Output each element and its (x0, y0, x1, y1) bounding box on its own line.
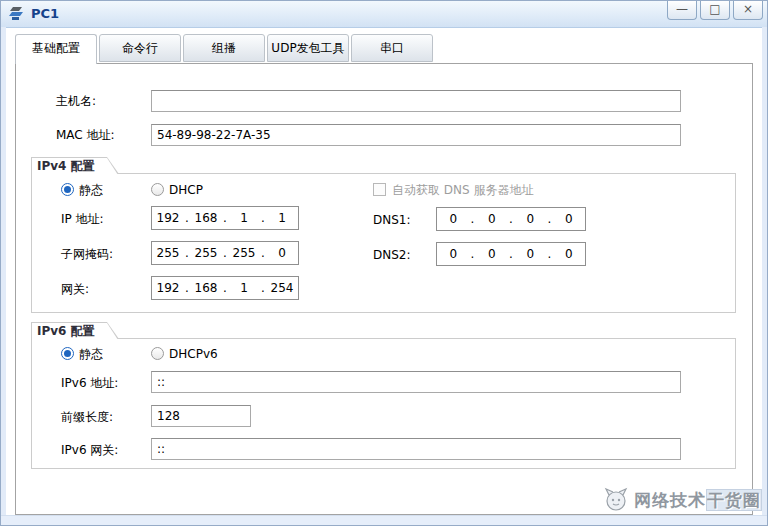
dns1-label: DNS1: (373, 212, 411, 228)
ipv6-static-label[interactable]: 静态 (79, 346, 103, 362)
subnet-mask-input[interactable]: 255. 255. 255. 0 (151, 241, 299, 265)
ipv4-dhcp-radio[interactable] (151, 183, 164, 196)
dns2-input[interactable]: 0. 0. 0. 0 (436, 242, 586, 266)
window-title: PC1 (31, 6, 59, 21)
ipv6-gateway-input[interactable]: :: (151, 438, 681, 460)
ipv6-static-radio[interactable] (61, 347, 74, 360)
ipv6-group-tab: IPv6 配置 (31, 322, 119, 339)
mac-label: MAC 地址: (56, 127, 115, 143)
ipv6-group-title: IPv6 配置 (37, 323, 95, 340)
ipv4-dhcp-label[interactable]: DHCP (169, 182, 203, 198)
gateway-label: 网关: (61, 281, 89, 297)
ipv4-group-title: IPv4 配置 (37, 158, 95, 175)
ipv4-static-radio[interactable] (61, 183, 74, 196)
mac-input[interactable]: 54-89-98-22-7A-35 (151, 124, 681, 146)
subnet-mask-label: 子网掩码: (61, 246, 113, 262)
tab-udp-tool[interactable]: UDP发包工具 (267, 34, 349, 62)
auto-dns-label[interactable]: 自动获取 DNS 服务器地址 (392, 182, 533, 198)
prefix-length-input[interactable]: 128 (151, 405, 251, 427)
watermark: 网络技术干货圈 (603, 486, 762, 514)
minimize-button[interactable]: — (667, 1, 697, 20)
auto-dns-checkbox[interactable] (373, 183, 386, 196)
dns2-label: DNS2: (373, 247, 411, 263)
prefix-length-label: 前缀长度: (61, 409, 113, 425)
ipv6-address-label: IPv6 地址: (61, 375, 118, 391)
tab-command-line[interactable]: 命令行 (99, 34, 181, 62)
ipv6-dhcpv6-radio[interactable] (151, 347, 164, 360)
pc-app-icon (8, 5, 26, 23)
tab-basic-config[interactable]: 基础配置 (15, 34, 97, 64)
close-button[interactable]: × (733, 1, 763, 20)
tab-serial[interactable]: 串口 (351, 34, 433, 62)
window-frame-bottom (1, 515, 767, 525)
ip-address-label: IP 地址: (61, 211, 104, 227)
hostname-input[interactable] (151, 90, 681, 112)
ip-address-input[interactable]: 192. 168. 1. 1 (151, 206, 299, 230)
ipv6-dhcpv6-label[interactable]: DHCPv6 (169, 346, 218, 362)
hostname-label: 主机名: (56, 93, 96, 109)
pc-config-window: PC1 — □ × 基础配置 命令行 组播 UDP发包工具 串口 主机名: MA… (0, 0, 768, 526)
ipv4-group-tab: IPv4 配置 (31, 157, 119, 174)
title-bar: PC1 — □ × (1, 1, 767, 28)
ipv4-static-label[interactable]: 静态 (79, 182, 103, 198)
maximize-button[interactable]: □ (700, 1, 730, 20)
watermark-mascot-icon (603, 486, 629, 515)
ipv6-gateway-label: IPv6 网关: (61, 442, 118, 458)
tab-multicast[interactable]: 组播 (183, 34, 265, 62)
ipv6-address-input[interactable]: :: (151, 371, 681, 393)
gateway-input[interactable]: 192. 168. 1. 254 (151, 276, 299, 300)
window-frame-left (1, 27, 6, 525)
dns1-input[interactable]: 0. 0. 0. 0 (436, 207, 586, 231)
window-frame-right (762, 27, 767, 525)
watermark-text: 网络技术干货圈 (634, 489, 762, 512)
